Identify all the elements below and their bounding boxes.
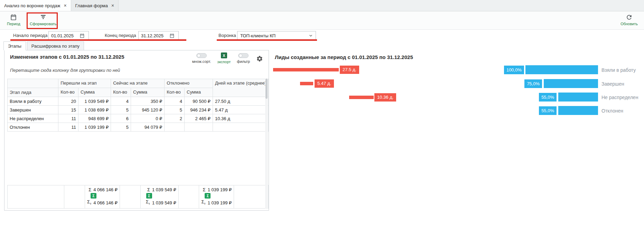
sum-symbol: Σ xyxy=(87,199,90,204)
stages-grid-panel: Изменения этапов с 01.01.2025 по 31.12.2… xyxy=(4,50,269,211)
start-date-value[interactable] xyxy=(51,33,80,38)
tab-stage-breakdown[interactable]: Расшифровка по этапу xyxy=(27,41,84,50)
funnel-percent-label: 55,0% xyxy=(539,93,557,102)
filter-toggle[interactable]: фильтр xyxy=(237,53,250,64)
cell-days[interactable]: 10.36 д xyxy=(213,114,269,123)
col-header-stage[interactable]: Этап лида xyxy=(8,88,58,97)
cell-rejected-qty[interactable]: 2 xyxy=(165,114,185,123)
col-header-qty[interactable]: Кол-во xyxy=(58,88,78,97)
calendar-icon xyxy=(10,14,17,21)
settings-button[interactable] xyxy=(256,55,263,62)
cell-days[interactable] xyxy=(213,123,269,132)
end-date-value[interactable] xyxy=(141,33,169,38)
cell-rejected-sum[interactable] xyxy=(185,123,213,132)
cell-rejected-sum[interactable]: 90 500 ₽ xyxy=(185,97,213,106)
cell-rejected-qty[interactable]: 4 xyxy=(165,97,185,106)
period-button[interactable]: Период xyxy=(7,14,20,26)
leads-chart-panel: Лиды созданные за период с 01.01.2025 по… xyxy=(273,52,641,169)
sum-symbol: Σ xyxy=(203,186,206,193)
toggle-off-icon xyxy=(196,53,207,58)
cell-days[interactable]: 27.50 д xyxy=(213,97,269,106)
cell-days[interactable]: 5.47 д xyxy=(213,106,269,114)
cell-stage[interactable]: Не распределен xyxy=(8,114,58,123)
days-bar-label: 5.47 д. xyxy=(315,79,334,88)
moved-total-value: 4 066 146 ₽ xyxy=(93,186,118,193)
export-button[interactable]: X экспорт xyxy=(217,52,231,64)
cell-rejected-sum[interactable]: 946 234 ₽ xyxy=(185,106,213,114)
cell-rejected-qty[interactable] xyxy=(165,123,185,132)
window-tab-main-form[interactable]: Главная форма × xyxy=(71,0,119,11)
table-row[interactable]: Отклонен 11 1 039 199 ₽ 5 94 079 ₽ xyxy=(8,123,269,132)
cell-current-qty[interactable]: 6 xyxy=(111,114,131,123)
cell-stage[interactable]: Взяли в работу xyxy=(8,97,58,106)
footer-empty xyxy=(234,185,269,209)
window-tab-label: Анализ по воронке продаж xyxy=(4,3,60,8)
col-header-sum[interactable]: Сумма xyxy=(185,88,213,97)
funnel-percent-label: 100,0% xyxy=(504,66,524,74)
grid-controls: множ.сорт. X экспорт фильтр xyxy=(192,52,263,64)
funnel-select-value: ТОП-клиенты КП xyxy=(240,33,276,38)
cell-moved-qty[interactable]: 11 xyxy=(58,114,78,123)
cell-moved-qty[interactable]: 15 xyxy=(58,106,78,114)
funnel-select[interactable]: ТОП-клиенты КП xyxy=(237,31,316,40)
vertical-scrollbar[interactable] xyxy=(265,78,268,209)
start-date-input[interactable] xyxy=(48,31,89,40)
col-header-days[interactable]: Дней на этапе (среднее) xyxy=(213,79,269,97)
table-row[interactable]: Не распределен 11 948 699 ₽ 6 0 ₽ 2 2 46… xyxy=(8,114,269,123)
tab-stages[interactable]: Этапы xyxy=(3,41,26,50)
col-header-sum[interactable]: Сумма xyxy=(78,88,111,97)
col-header-qty[interactable]: Кол-во xyxy=(111,88,131,97)
funnel-percent-label: 55,0% xyxy=(539,106,557,115)
annotation-generate-highlight xyxy=(27,12,58,29)
col-header-qty[interactable]: Кол-во xyxy=(165,88,185,97)
days-bar xyxy=(349,96,374,99)
cell-current-sum[interactable]: 945 120 ₽ xyxy=(131,106,165,114)
sum-settings-icon[interactable]: Σ xyxy=(91,193,96,199)
col-header-rejected[interactable]: Отклонено xyxy=(165,79,213,88)
cell-current-qty[interactable]: 4 xyxy=(111,97,131,106)
funnel-percent-label: 75,0% xyxy=(524,79,542,88)
export-label: экспорт xyxy=(217,60,231,64)
end-date-input[interactable] xyxy=(138,31,179,40)
calendar-icon[interactable] xyxy=(169,33,175,38)
cell-current-sum[interactable]: 94 079 ₽ xyxy=(131,123,165,132)
cell-moved-sum[interactable]: 948 699 ₽ xyxy=(78,114,111,123)
cell-moved-sum[interactable]: 1 038 699 ₽ xyxy=(78,106,111,114)
cell-rejected-sum[interactable]: 2 465 ₽ xyxy=(185,114,213,123)
sum-settings-icon[interactable]: Σ xyxy=(205,193,211,199)
cell-rejected-qty[interactable]: 5 xyxy=(165,106,185,114)
col-header-current[interactable]: Сейчас на этапе xyxy=(111,79,165,88)
footer-empty xyxy=(8,185,64,209)
footer-empty xyxy=(178,185,199,209)
table-row[interactable]: Завершен 15 1 038 699 ₽ 5 945 120 ₽ 5 94… xyxy=(8,106,269,114)
current-total-value: 1 039 549 ₽ xyxy=(152,186,176,193)
rejected-total-value: 1 039 199 ₽ xyxy=(208,200,232,206)
col-header-moved[interactable]: Перешли на этап xyxy=(58,79,111,88)
col-header-stage-top xyxy=(8,79,58,88)
cell-current-qty[interactable]: 5 xyxy=(111,106,131,114)
close-icon[interactable]: × xyxy=(111,3,114,8)
sum-symbol: Σ xyxy=(201,199,204,204)
multisort-toggle[interactable]: множ.сорт. xyxy=(192,53,211,64)
cell-moved-sum[interactable]: 1 039 199 ₽ xyxy=(78,123,111,132)
cell-moved-sum[interactable]: 1 039 549 ₽ xyxy=(78,97,111,106)
calendar-icon[interactable] xyxy=(80,33,85,38)
table-row[interactable]: Взяли в работу 20 1 039 549 ₽ 4 350 ₽ 4 … xyxy=(8,97,269,106)
cell-current-sum[interactable]: 0 ₽ xyxy=(131,114,165,123)
refresh-button[interactable]: Обновить xyxy=(620,14,638,26)
scrollbar-thumb[interactable] xyxy=(265,79,268,99)
days-bar xyxy=(300,82,313,85)
cell-current-sum[interactable]: 350 ₽ xyxy=(131,97,165,106)
sum-settings-icon[interactable]: Σ xyxy=(146,193,152,199)
group-by-hint: Перетащите сюда колонку для группировки … xyxy=(10,68,120,73)
close-icon[interactable]: × xyxy=(64,3,66,8)
cell-moved-qty[interactable]: 11 xyxy=(58,123,78,132)
cell-current-qty[interactable]: 5 xyxy=(111,123,131,132)
tab-breakdown-label: Расшифровка по этапу xyxy=(31,44,80,49)
window-tab-funnel-analysis[interactable]: Анализ по воронке продаж × xyxy=(0,0,71,11)
cell-moved-qty[interactable]: 20 xyxy=(58,97,78,106)
funnel-bar xyxy=(544,79,598,88)
cell-stage[interactable]: Отклонен xyxy=(8,123,58,132)
cell-stage[interactable]: Завершен xyxy=(8,106,58,114)
col-header-sum[interactable]: Сумма xyxy=(131,88,165,97)
